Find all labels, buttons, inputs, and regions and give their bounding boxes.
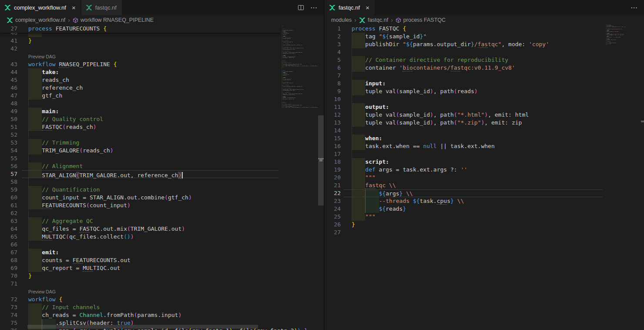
line-number[interactable]: 23 <box>325 197 341 205</box>
code-editor-left[interactable]: 4041424344454647484950515253545556575859… <box>0 25 324 330</box>
code-line[interactable]: .map { row -> tuple(row.sample_id, file(… <box>281 107 315 108</box>
line-number[interactable]: 9 <box>325 88 341 95</box>
code-line[interactable]: STAR_ALIGN(TRIM_GALORE.out, reference_ch… <box>22 170 278 178</box>
split-editor-icon[interactable] <box>298 4 304 11</box>
code-line[interactable]: container 'biocontainers/fastqc:v0.11.9_… <box>344 64 603 72</box>
code-line[interactable]: FASTQC(reads_ch) <box>22 123 278 131</box>
code-line[interactable]: // Alignment <box>22 162 278 170</box>
code-line[interactable]: // Container directive for reproducibili… <box>344 56 603 64</box>
line-number[interactable]: 11 <box>325 103 341 111</box>
code-line[interactable]: --threads ${task.cpus} \\ <box>344 197 603 205</box>
code-area-right[interactable]: process FASTQC { tag "${sample_id}" publ… <box>344 25 603 330</box>
code-line[interactable]: fastqc \\ <box>344 182 603 189</box>
code-line[interactable]: tag "${sample_id}" <box>344 33 603 40</box>
breadcrumb-item-symbol[interactable]: workflow RNASEQ_PIPELINE <box>73 17 154 23</box>
code-line[interactable]: tuple val(sample_id), path("*.zip"), emi… <box>344 119 603 127</box>
line-number[interactable]: 10 <box>325 95 341 103</box>
line-number[interactable]: 45 <box>0 76 17 84</box>
code-line[interactable]: """ <box>344 213 603 221</box>
code-line[interactable]: def args = task.ext.args ?: '' <box>344 166 603 174</box>
code-line[interactable] <box>344 150 603 158</box>
line-number[interactable]: 62 <box>0 209 17 217</box>
line-number[interactable]: 13 <box>325 119 341 127</box>
more-actions-icon[interactable]: ⋯ <box>310 3 318 12</box>
line-number[interactable]: 70 <box>0 272 17 280</box>
line-number[interactable]: 7 <box>325 72 341 80</box>
close-tab-icon[interactable]: × <box>366 4 369 11</box>
code-line[interactable]: gtf_ch <box>22 92 278 100</box>
code-line[interactable]: output: <box>344 103 603 111</box>
line-number[interactable]: 41 <box>0 37 17 45</box>
code-line[interactable]: // Quality control <box>22 115 278 123</box>
line-number[interactable]: 2 <box>325 33 341 40</box>
code-line[interactable]: // Input channels <box>22 303 278 311</box>
code-area-left[interactable]: """}Preview DAGworkflow RNASEQ_PIPELINE … <box>22 25 278 330</box>
code-line[interactable]: when: <box>344 135 603 142</box>
code-line[interactable]: """ <box>344 174 603 182</box>
line-number[interactable]: 44 <box>0 68 17 76</box>
code-line[interactable] <box>22 45 278 53</box>
code-line[interactable] <box>22 155 278 162</box>
line-number[interactable]: 16 <box>325 142 341 150</box>
line-number[interactable]: 6 <box>325 64 341 72</box>
code-line[interactable] <box>344 95 603 103</box>
code-line[interactable]: count_input = STAR_ALIGN.out.combine(gtf… <box>22 194 278 202</box>
code-line[interactable] <box>22 178 278 186</box>
horizontal-scrollbar-left[interactable] <box>27 325 258 329</box>
line-number[interactable]: 55 <box>0 155 17 162</box>
line-number[interactable]: 18 <box>325 158 341 166</box>
line-number[interactable]: 21 <box>325 182 341 189</box>
line-number[interactable]: 15 <box>325 135 341 142</box>
line-number[interactable]: 76 <box>0 327 17 330</box>
line-number[interactable]: 48 <box>0 100 17 108</box>
line-number[interactable]: 5 <box>325 56 341 64</box>
line-number[interactable]: 20 <box>325 174 341 182</box>
breadcrumb-item-file[interactable]: fastqc.nf <box>359 17 388 24</box>
code-line[interactable]: reference_ch <box>22 84 278 92</box>
code-editor-right[interactable]: 1234567891011121314151617181920212223242… <box>325 25 644 330</box>
code-line[interactable] <box>344 48 603 56</box>
line-number[interactable]: 64 <box>0 225 17 233</box>
line-number[interactable]: 66 <box>0 241 17 249</box>
code-line[interactable]: main: <box>22 108 278 115</box>
editor-group-divider[interactable] <box>324 0 325 330</box>
code-line[interactable]: TRIM_GALORE(reads_ch) <box>22 147 278 155</box>
line-number[interactable]: 43 <box>0 61 17 68</box>
line-number[interactable]: 52 <box>0 131 17 139</box>
line-number[interactable]: 75 <box>0 319 17 327</box>
code-line[interactable]: counts = FEATURECOUNTS.out <box>22 256 278 264</box>
code-line[interactable]: FEATURECOUNTS(count_input) <box>22 202 278 209</box>
line-number[interactable]: 54 <box>0 147 17 155</box>
code-line[interactable]: task.ext.when == null || task.ext.when <box>344 142 603 150</box>
code-line[interactable]: qc_files = FASTQC.out.mix(TRIM_GALORE.ou… <box>22 225 278 233</box>
code-line[interactable] <box>344 72 603 80</box>
code-line[interactable]: qc_report = MULTIQC.out <box>22 264 278 272</box>
line-number[interactable]: 50 <box>0 115 17 123</box>
tab-complex-workflow[interactable]: complex_workflow.nf × <box>0 0 81 15</box>
line-number[interactable]: 58 <box>0 178 17 186</box>
breadcrumb-item-folder[interactable]: modules <box>331 17 352 23</box>
code-line[interactable]: tuple val(sample_id), path(reads) <box>344 88 603 95</box>
code-line[interactable]: ${reads} <box>344 205 603 213</box>
code-line[interactable]: } <box>344 221 603 229</box>
sticky-scroll-line[interactable]: 27 process FEATURECOUNTS { <box>0 25 281 33</box>
line-number[interactable]: 8 <box>325 80 341 88</box>
tab-fastqc-left[interactable]: fastqc.nf <box>81 0 122 15</box>
line-number[interactable]: 14 <box>325 127 341 135</box>
line-number[interactable]: 4 <box>325 48 341 56</box>
code-line[interactable] <box>344 127 603 135</box>
line-number[interactable]: 72 <box>0 296 17 303</box>
close-tab-icon[interactable]: × <box>72 4 76 11</box>
code-line[interactable]: ch_reads = Channel.fromPath(params.input… <box>22 311 278 319</box>
breadcrumb-item-file[interactable]: complex_workflow.nf <box>7 17 65 24</box>
code-line[interactable]: MULTIQC(qc_files.collect()) <box>22 233 278 241</box>
code-line[interactable]: process FASTQC { <box>344 25 603 33</box>
codelens-line[interactable]: Preview DAG <box>22 53 278 61</box>
code-line[interactable]: tuple val(sample_id), path("*.html"), em… <box>344 111 603 119</box>
code-line[interactable] <box>22 131 278 139</box>
minimap-left[interactable]: """}Preview DAGworkflow RNASEQ_PIPELINE … <box>281 25 318 330</box>
line-number[interactable]: 49 <box>0 108 17 115</box>
code-line[interactable]: // Quantification <box>22 186 278 194</box>
breadcrumb-item-symbol[interactable]: process FASTQC <box>396 17 446 23</box>
line-number[interactable]: 73 <box>0 303 17 311</box>
